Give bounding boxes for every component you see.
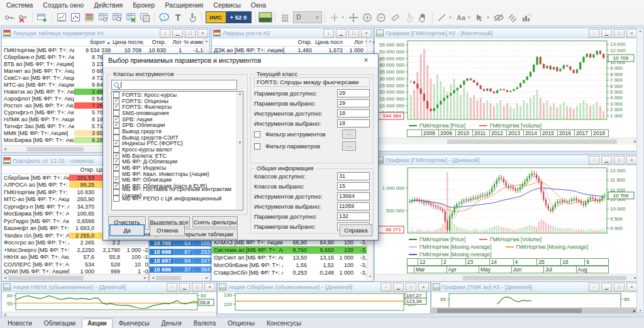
cancel-button[interactable]: Отмена	[150, 224, 185, 236]
scroll-up-icon[interactable]: ▴	[639, 28, 641, 33]
table-row[interactable]: НКНХ ао [МБ ФР: Т+: Акции]57,655,8100-1,…	[2, 254, 148, 261]
checkbox-unchecked[interactable]	[113, 189, 119, 195]
table-row[interactable]: СОЛЛЕРС [МБ ФР: Т+: Акции]534528100,57	[2, 261, 148, 268]
hand-pan-icon[interactable]	[416, 11, 430, 24]
table-row[interactable]: ГМКНорНик [МБ ФР: Т+: Акции]9 534 33810 …	[2, 46, 209, 53]
tab-новости[interactable]: Новости	[2, 319, 38, 328]
order-book-row[interactable]: 10 69637384	[150, 265, 210, 274]
dropdown-caret-icon[interactable]: ▾	[449, 15, 454, 20]
class-list-item[interactable]: МБ ФР: Квал. Инвесторы (Акции)	[112, 171, 243, 177]
scroll-thumb[interactable]	[156, 276, 181, 280]
horizontal-scrollbar[interactable]: ▸	[431, 307, 638, 314]
checkbox-unchecked[interactable]	[113, 92, 119, 98]
dropdown-caret-icon[interactable]: ▾	[341, 15, 347, 20]
tab-фьючерсы[interactable]: Фьючерсы	[113, 319, 155, 328]
checkbox-checked[interactable]: ✓	[113, 122, 119, 128]
alert-bubble-icon[interactable]: !	[157, 11, 171, 24]
close-button[interactable]: ×	[626, 283, 637, 292]
order-book-row[interactable]: 10 69794347	[150, 256, 210, 265]
checkbox-checked[interactable]: ✓	[113, 116, 119, 123]
class-list-item[interactable]: ✓МБ ФР: Индексы	[112, 165, 243, 171]
tab-облигации[interactable]: Облигации	[38, 319, 81, 328]
volume-bars-icon[interactable]	[519, 11, 533, 24]
minimize-button[interactable]: ▁	[601, 283, 612, 292]
window-titlebar[interactable]: Лидеры роста #2 ↓ ▁ □ ×	[212, 28, 373, 38]
maximize-button[interactable]: □	[614, 29, 625, 38]
table-row[interactable]: ОргСинт ап [МБ ФР: Т+: Акции]13,5013,151…	[212, 254, 367, 261]
menu-item-создать-окно[interactable]: Создать окно	[38, 1, 89, 9]
menu-item-расширения[interactable]: Расширения	[160, 1, 208, 9]
close-button[interactable]: ×	[418, 283, 429, 292]
class-list-item[interactable]: ✓FORTS: Опционы	[112, 98, 243, 104]
checkbox-checked[interactable]: ✓	[113, 140, 119, 146]
interval-select[interactable]: D∨	[293, 11, 322, 23]
horizontal-scrollbar[interactable]: ◂ ▸	[2, 274, 148, 281]
chart-settings-button[interactable]: ⁙	[380, 283, 391, 292]
table-search-icon[interactable]	[110, 11, 124, 24]
zoom-out-icon[interactable]	[374, 11, 388, 24]
maximize-button[interactable]: □	[192, 283, 203, 292]
scroll-thumb[interactable]	[8, 276, 84, 280]
table-row[interactable]: +МосЭнерго [МБ ФР: Т+: Акции]2,22502,179…	[2, 246, 148, 254]
scroll-left-icon[interactable]: ◂	[2, 275, 8, 280]
class-list-item[interactable]: SMS-оповещения	[112, 110, 243, 116]
maximize-button[interactable]: □	[185, 29, 196, 38]
vertical-scrollbar[interactable]: ▾	[367, 239, 373, 280]
picture-icon[interactable]	[258, 11, 272, 24]
building-icon[interactable]	[278, 11, 292, 24]
table-row[interactable]: СтаврЭнСбл [МБ ФР: Т+: Акции]0,2530,2481…	[212, 269, 367, 276]
tab-акции[interactable]: Акции	[82, 319, 113, 328]
trendline-icon[interactable]	[435, 11, 449, 24]
scroll-thumb[interactable]	[447, 139, 617, 144]
window-titleb[interactable]: Графики [ТМК ао] #3 - [Дневной] ⁙ ▁ □ ×	[431, 282, 638, 292]
checkbox-checked[interactable]: ✓	[113, 153, 119, 159]
text-label-icon[interactable]: T	[171, 11, 185, 24]
search-input[interactable]	[111, 80, 237, 90]
minimize-button[interactable]: ▁	[393, 283, 404, 292]
class-list-item[interactable]: ✓SPB: Облигации	[112, 122, 243, 128]
column-header[interactable]: Откр.	[288, 38, 314, 46]
chart-settings-button[interactable]: ⁙	[167, 283, 177, 292]
class-list-item[interactable]: ✓МБ Валюта: ETC	[112, 153, 243, 159]
window-titlebar[interactable]: Графики [ГМКНорНик] #2 - [Месячный] ⁙ ▁ …	[375, 28, 638, 38]
checkbox-unchecked[interactable]	[113, 195, 119, 202]
quotes-table-icon[interactable]	[82, 11, 96, 24]
dialog-titlebar[interactable]: Выбор принимаемых параметров и инструмен…	[103, 54, 378, 67]
checkbox-checked[interactable]: ✓	[113, 158, 119, 165]
chart-settings-button[interactable]: ⁙	[589, 156, 599, 165]
hand-point-icon[interactable]	[185, 11, 199, 24]
tab-валюта[interactable]: Валюта	[188, 319, 221, 328]
checkbox-unchecked[interactable]	[113, 146, 119, 153]
maximize-button[interactable]: □	[348, 29, 359, 38]
hatch-icon[interactable]	[506, 11, 519, 24]
window-titlebar[interactable]: Текущая таблица параметров #4 ↓ ▁ □ ×	[2, 28, 209, 38]
class-list-item[interactable]: Кросс-курсы валют	[112, 146, 243, 153]
scroll-right-icon[interactable]: ▸	[204, 275, 210, 280]
connect-key-icon[interactable]	[2, 11, 16, 24]
move-icon[interactable]	[347, 11, 360, 24]
chart-settings-button[interactable]: ⁙	[589, 283, 599, 292]
scroll-left-icon[interactable]: ◂	[150, 275, 156, 280]
eye-off-icon[interactable]	[492, 11, 506, 24]
class-list-item[interactable]: ✓SPB: Акции	[112, 116, 243, 123]
menu-item-брокер[interactable]: Брокер	[128, 1, 160, 9]
close-button[interactable]: ×	[197, 29, 208, 38]
checkbox-unchecked[interactable]	[113, 134, 119, 141]
table-row[interactable]: МосОблБанк [МБ ФР: Т+: Акции]1,561,52100…	[212, 261, 367, 269]
table-copy-icon[interactable]	[138, 11, 152, 24]
scroll-down-icon[interactable]: ▾	[639, 308, 641, 312]
tab-деньги[interactable]: Деньги	[155, 319, 187, 328]
minimize-button[interactable]: ▁	[179, 283, 190, 292]
scroll-thumb[interactable]	[437, 309, 582, 313]
crosshair-icon[interactable]	[328, 11, 341, 24]
menu-item-действия[interactable]: Действия	[89, 1, 128, 9]
column-header[interactable]: Лот	[345, 38, 365, 46]
scroll-right-icon[interactable]: ▸	[142, 275, 148, 280]
class-list-item[interactable]: FORTS: Кросс-курсы	[112, 92, 243, 98]
class-list-item[interactable]: ✓Индексы РТС (ФОРТС)	[112, 141, 243, 147]
class-list-item[interactable]: ✓МБ ФР: Облигации	[112, 177, 243, 183]
close-button[interactable]: ×	[626, 156, 637, 165]
column-header[interactable]: Цена послед	[113, 38, 143, 46]
minimize-button[interactable]: ▁	[336, 29, 347, 38]
iis-badge[interactable]: ИИС+ 52 0	[206, 11, 252, 23]
